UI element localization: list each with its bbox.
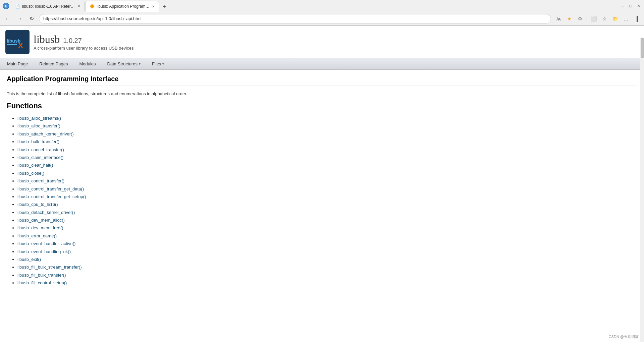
list-item: libusb_control_transfer_get_data()	[17, 185, 637, 193]
maximize-button[interactable]: □	[628, 3, 633, 9]
browser-actions: A A ★ ⚙ ⬜ ☆ 📁 … ▐	[554, 14, 641, 23]
func-detach-kernel-driver[interactable]: libusb_detach_kernel_driver()	[17, 210, 75, 215]
page-heading: Application Programming Interface	[7, 75, 637, 86]
func-close[interactable]: libusb_close()	[17, 171, 44, 176]
tab1-title: libusb: libusb-1.0 API Reference	[22, 4, 75, 9]
func-error-name[interactable]: libusb_error_name()	[17, 233, 57, 238]
site-header: libusb X libusb 1.0.27 A cross-platform …	[0, 26, 644, 58]
func-dev-mem-alloc[interactable]: libusb_dev_mem_alloc()	[17, 218, 65, 223]
list-item: libusb_alloc_transfer()	[17, 122, 637, 130]
nav-main-page-label: Main Page	[7, 61, 28, 66]
tab2-title: libusb: Application Programmin...	[97, 4, 150, 9]
svg-rect-7	[7, 44, 17, 45]
func-fill-bulk-transfer[interactable]: libusb_fill_bulk_transfer()	[17, 273, 66, 278]
list-item: libusb_error_name()	[17, 232, 637, 240]
func-fill-bulk-stream-transfer[interactable]: libusb_fill_bulk_stream_transfer()	[17, 265, 82, 270]
func-exit[interactable]: libusb_exit()	[17, 257, 41, 262]
func-dev-mem-free[interactable]: libusb_dev_mem_free()	[17, 225, 63, 230]
list-item: libusb_alloc_streams()	[17, 114, 637, 122]
favorites-button[interactable]: ★	[565, 14, 574, 23]
files-dropdown-icon: ▾	[162, 62, 164, 66]
scrollbar-thumb[interactable]	[641, 38, 644, 58]
list-item: libusb_close()	[17, 169, 637, 177]
list-item: libusb_control_transfer()	[17, 177, 637, 185]
tab-app-programming[interactable]: 🔶 libusb: Application Programmin... ✕	[85, 1, 159, 12]
list-item: libusb_fill_control_setup()	[17, 279, 637, 287]
more-button[interactable]: …	[621, 14, 631, 23]
read-aloud-button[interactable]: A A	[554, 14, 563, 23]
function-list: libusb_alloc_streams() libusb_alloc_tran…	[7, 114, 637, 287]
func-bulk-transfer[interactable]: libusb_bulk_transfer()	[17, 139, 59, 144]
svg-text:E: E	[5, 4, 7, 8]
list-item: libusb_cancel_transfer()	[17, 146, 637, 154]
back-button[interactable]: ←	[3, 14, 12, 23]
list-item: libusb_dev_mem_alloc()	[17, 216, 637, 224]
func-event-handler-active[interactable]: libusb_event_handler_active()	[17, 241, 75, 246]
nav-related-pages-label: Related Pages	[39, 61, 68, 66]
list-item: libusb_control_transfer_get_setup()	[17, 193, 637, 201]
browser-chrome: E 📄 libusb: libusb-1.0 API Reference ✕ 🔶…	[0, 0, 644, 26]
svg-text:A: A	[558, 17, 561, 21]
minimize-button[interactable]: ─	[620, 3, 625, 9]
tab2-icon: 🔶	[90, 4, 95, 9]
title-bar: E 📄 libusb: libusb-1.0 API Reference ✕ 🔶…	[0, 0, 644, 12]
favorites-bar-button[interactable]: ☆	[600, 14, 609, 23]
tab1-icon: 📄	[15, 4, 20, 9]
site-logo: libusb X	[5, 30, 30, 54]
svg-text:X: X	[18, 41, 23, 50]
list-item: libusb_attach_kernel_driver()	[17, 130, 637, 138]
func-event-handling-ok[interactable]: libusb_event_handling_ok()	[17, 249, 71, 254]
nav-files[interactable]: Files ▾	[146, 58, 170, 69]
tab-api-reference[interactable]: 📄 libusb: libusb-1.0 API Reference ✕	[11, 1, 85, 11]
data-structures-dropdown-icon: ▾	[139, 62, 141, 66]
nav-modules-label: Modules	[79, 61, 96, 66]
func-attach-kernel-driver[interactable]: libusb_attach_kernel_driver()	[17, 131, 74, 136]
func-cancel-transfer[interactable]: libusb_cancel_transfer()	[17, 147, 64, 152]
list-item: libusb_fill_bulk_transfer()	[17, 271, 637, 279]
func-alloc-streams[interactable]: libusb_alloc_streams()	[17, 116, 61, 121]
func-control-transfer-get-setup[interactable]: libusb_control_transfer_get_setup()	[17, 194, 86, 199]
forward-button[interactable]: →	[15, 14, 24, 23]
close-button[interactable]: ✕	[636, 3, 641, 9]
func-control-transfer-get-data[interactable]: libusb_control_transfer_get_data()	[17, 186, 84, 191]
refresh-button[interactable]: ↻	[27, 14, 36, 23]
func-cpu-to-le16[interactable]: libusb_cpu_to_le16()	[17, 202, 58, 207]
functions-heading: Functions	[7, 102, 637, 110]
site-title-row: libusb 1.0.27	[34, 33, 133, 46]
nav-modules[interactable]: Modules	[73, 58, 101, 69]
tab2-close[interactable]: ✕	[152, 5, 155, 8]
tab-bar: 📄 libusb: libusb-1.0 API Reference ✕ 🔶 l…	[11, 1, 620, 11]
nav-files-label: Files	[152, 61, 161, 66]
list-item: libusb_cpu_to_le16()	[17, 201, 637, 208]
tab1-close[interactable]: ✕	[77, 4, 80, 8]
list-item: libusb_dev_mem_free()	[17, 224, 637, 232]
nav-related-pages[interactable]: Related Pages	[34, 58, 73, 69]
func-alloc-transfer[interactable]: libusb_alloc_transfer()	[17, 123, 60, 128]
page-content: libusb X libusb 1.0.27 A cross-platform …	[0, 26, 644, 330]
func-claim-interface[interactable]: libusb_claim_interface()	[17, 155, 63, 160]
list-item: libusb_event_handler_active()	[17, 240, 637, 247]
list-item: libusb_exit()	[17, 255, 637, 263]
site-title-block: libusb 1.0.27 A cross-platform user libr…	[34, 33, 133, 51]
main-content: Application Programming Interface This i…	[0, 70, 644, 292]
nav-main-page[interactable]: Main Page	[1, 58, 34, 69]
func-control-transfer[interactable]: libusb_control_transfer()	[17, 178, 64, 183]
new-tab-button[interactable]: +	[160, 2, 169, 11]
settings-button[interactable]: ⚙	[575, 14, 585, 23]
browser-logo: E	[3, 3, 9, 9]
nav-data-structures[interactable]: Data Structures ▾	[102, 58, 146, 69]
intro-text: This is the complete list of libusb func…	[7, 91, 637, 96]
split-view-button[interactable]: ⬜	[589, 14, 598, 23]
window-controls: ─ □ ✕	[620, 3, 641, 9]
collections-button[interactable]: 📁	[610, 14, 620, 23]
sidebar-button[interactable]: ▐	[632, 14, 641, 23]
divider	[587, 16, 587, 22]
scrollbar-track[interactable]	[640, 38, 644, 330]
list-item: libusb_event_handling_ok()	[17, 248, 637, 255]
func-fill-control-setup[interactable]: libusb_fill_control_setup()	[17, 280, 67, 285]
list-item: libusb_bulk_transfer()	[17, 138, 637, 146]
list-item: libusb_claim_interface()	[17, 154, 637, 161]
func-clear-halt[interactable]: libusb_clear_halt()	[17, 163, 53, 168]
list-item: libusb_detach_kernel_driver()	[17, 209, 637, 216]
url-input[interactable]	[39, 14, 551, 23]
